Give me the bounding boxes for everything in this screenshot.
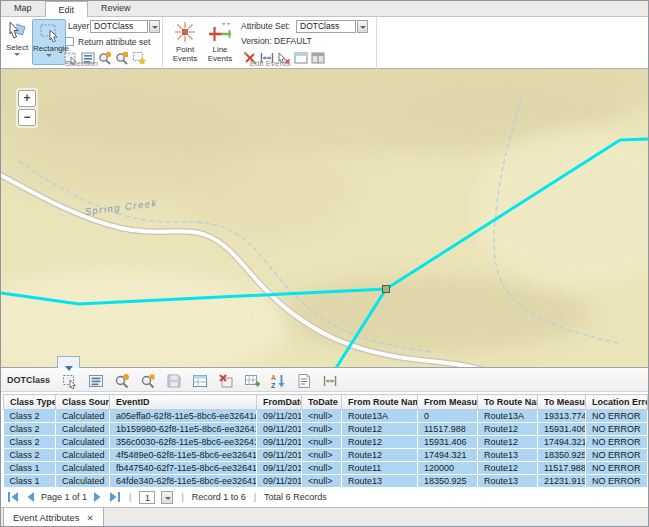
table-cell[interactable]: <null> bbox=[302, 410, 342, 423]
table-cell[interactable]: 09/11/2015 bbox=[257, 462, 302, 475]
column-header[interactable]: FromDate bbox=[257, 395, 302, 410]
select-dropdown-caret[interactable] bbox=[14, 53, 20, 56]
table-cell[interactable]: 19313.774 bbox=[538, 410, 586, 423]
layer-combo-arrow[interactable] bbox=[149, 20, 160, 33]
table-cell[interactable]: 09/11/2015 bbox=[257, 449, 302, 462]
zoom-in-button[interactable]: + bbox=[18, 90, 36, 107]
attribute-set-combo-arrow[interactable] bbox=[357, 20, 368, 33]
table-cell[interactable]: NO ERROR bbox=[586, 436, 648, 449]
table-cell[interactable]: Route13A bbox=[342, 410, 418, 423]
table-cell[interactable]: <null> bbox=[302, 475, 342, 488]
table-cell[interactable]: 17494.321 bbox=[418, 449, 478, 462]
save-edits-icon[interactable] bbox=[164, 371, 184, 390]
table-row[interactable]: Class 2Calculated4f5489e0-62f8-11e5-8bc6… bbox=[4, 449, 648, 462]
column-header[interactable]: From Route Name bbox=[342, 395, 418, 410]
table-cell[interactable]: Route11 bbox=[342, 462, 418, 475]
previous-page-button[interactable] bbox=[24, 491, 36, 503]
first-page-button[interactable] bbox=[7, 491, 19, 503]
table-cell[interactable]: <null> bbox=[302, 423, 342, 436]
table-row[interactable]: Class 2Calculated356c0030-62f8-11e5-8bc6… bbox=[4, 436, 648, 449]
table-cell[interactable]: 17494.321 bbox=[538, 436, 586, 449]
table-cell[interactable]: 21231.919 bbox=[538, 475, 586, 488]
table-cell[interactable]: 15931.406 bbox=[538, 423, 586, 436]
table-cell[interactable]: 15931.406 bbox=[418, 436, 478, 449]
attribute-list-icon[interactable] bbox=[86, 371, 106, 390]
table-cell[interactable]: a05effa0-62f8-11e5-8bc6-ee32641d5ec9 bbox=[110, 410, 257, 423]
tab-edit[interactable]: Edit bbox=[45, 1, 89, 17]
tab-event-attributes[interactable]: Event Attributes✕ bbox=[3, 508, 104, 527]
table-cell[interactable]: NO ERROR bbox=[586, 449, 648, 462]
table-cell[interactable]: Route12 bbox=[478, 423, 538, 436]
table-row[interactable]: Class 2Calculateda05effa0-62f8-11e5-8bc6… bbox=[4, 410, 648, 423]
column-header[interactable]: To Measure bbox=[538, 395, 586, 410]
column-header[interactable]: Location Error bbox=[586, 395, 648, 410]
return-attribute-set-checkbox[interactable] bbox=[65, 37, 74, 46]
table-cell[interactable]: <null> bbox=[302, 436, 342, 449]
table-cell[interactable]: Calculated bbox=[56, 475, 110, 488]
table-cell[interactable]: NO ERROR bbox=[586, 475, 648, 488]
route-junction-marker[interactable] bbox=[383, 286, 390, 293]
layer-combo[interactable]: DOTClass bbox=[90, 20, 148, 33]
table-cell[interactable]: 0 bbox=[418, 410, 478, 423]
table-cell[interactable]: Class 2 bbox=[4, 410, 56, 423]
zoom-out-button[interactable]: − bbox=[18, 109, 36, 126]
table-cell[interactable]: Calculated bbox=[56, 449, 110, 462]
table-cell[interactable]: Calculated bbox=[56, 423, 110, 436]
table-row[interactable]: Class 2Calculated1b159980-62f8-11e5-8bc6… bbox=[4, 423, 648, 436]
close-tab-icon[interactable]: ✕ bbox=[87, 513, 94, 523]
table-cell[interactable]: Route13 bbox=[478, 475, 538, 488]
table-cell[interactable]: Class 2 bbox=[4, 436, 56, 449]
table-cell[interactable]: Class 1 bbox=[4, 475, 56, 488]
show-log-icon[interactable] bbox=[294, 371, 314, 390]
table-cell[interactable]: Route12 bbox=[342, 449, 418, 462]
table-cell[interactable]: 09/11/2015 bbox=[257, 423, 302, 436]
table-cell[interactable]: Route13A bbox=[478, 410, 538, 423]
pan-to-selected-icon[interactable] bbox=[138, 371, 158, 390]
column-header[interactable]: Class Source bbox=[56, 395, 110, 410]
table-cell[interactable]: 09/11/2015 bbox=[257, 410, 302, 423]
page-number-input[interactable]: 1 bbox=[139, 491, 155, 504]
table-cell[interactable]: 1b159980-62f8-11e5-8bc6-ee32641d5ec9 bbox=[110, 423, 257, 436]
table-cell[interactable]: 18350.925 bbox=[418, 475, 478, 488]
delete-selected-icon[interactable] bbox=[216, 371, 236, 390]
column-header[interactable]: To Route Name bbox=[478, 395, 538, 410]
column-header[interactable]: From Measure bbox=[418, 395, 478, 410]
table-cell[interactable]: NO ERROR bbox=[586, 410, 648, 423]
table-cell[interactable]: Calculated bbox=[56, 436, 110, 449]
table-cell[interactable]: Class 2 bbox=[4, 449, 56, 462]
table-cell[interactable]: 4f5489e0-62f8-11e5-8bc6-ee32641d5ec9 bbox=[110, 449, 257, 462]
table-cell[interactable]: Route12 bbox=[478, 462, 538, 475]
table-row[interactable]: Class 1Calculated64fde340-62f8-11e5-8bc6… bbox=[4, 475, 648, 488]
measure-icon[interactable] bbox=[320, 371, 340, 390]
table-cell[interactable]: 11517.988 bbox=[418, 423, 478, 436]
table-cell[interactable]: Route12 bbox=[478, 436, 538, 449]
column-header[interactable]: ToDate bbox=[302, 395, 342, 410]
table-cell[interactable]: Route12 bbox=[342, 436, 418, 449]
table-cell[interactable]: 09/11/2015 bbox=[257, 436, 302, 449]
table-cell[interactable]: <null> bbox=[302, 449, 342, 462]
table-cell[interactable]: 120000 bbox=[418, 462, 478, 475]
sort-records-icon[interactable]: AZ bbox=[268, 371, 288, 390]
map-canvas[interactable]: Spring Creek + − bbox=[1, 69, 649, 367]
table-cell[interactable]: 356c0030-62f8-11e5-8bc6-ee32641d5ec9 bbox=[110, 436, 257, 449]
page-number-dropdown[interactable] bbox=[161, 491, 173, 504]
table-cell[interactable]: Route13 bbox=[342, 475, 418, 488]
table-cell[interactable]: NO ERROR bbox=[586, 423, 648, 436]
open-table-icon[interactable] bbox=[190, 371, 210, 390]
column-header[interactable]: Class Type bbox=[4, 395, 56, 410]
table-cell[interactable]: Route13 bbox=[478, 449, 538, 462]
table-cell[interactable]: Route12 bbox=[342, 423, 418, 436]
table-cell[interactable]: <null> bbox=[302, 462, 342, 475]
select-tool-icon[interactable] bbox=[60, 371, 80, 390]
table-cell[interactable]: fb447540-62f7-11e5-8bc6-ee32641d5ec9 bbox=[110, 462, 257, 475]
table-cell[interactable]: 11517.988 bbox=[538, 462, 586, 475]
table-cell[interactable]: 09/11/2015 bbox=[257, 475, 302, 488]
rectangle-dropdown-caret[interactable] bbox=[46, 54, 52, 57]
table-cell[interactable]: NO ERROR bbox=[586, 462, 648, 475]
panel-collapse-button[interactable] bbox=[57, 356, 80, 368]
tab-review[interactable]: Review bbox=[88, 1, 144, 16]
table-row[interactable]: Class 1Calculatedfb447540-62f7-11e5-8bc6… bbox=[4, 462, 648, 475]
table-cell[interactable]: Calculated bbox=[56, 462, 110, 475]
tab-map[interactable]: Map bbox=[1, 1, 45, 16]
add-records-icon[interactable] bbox=[242, 371, 262, 390]
